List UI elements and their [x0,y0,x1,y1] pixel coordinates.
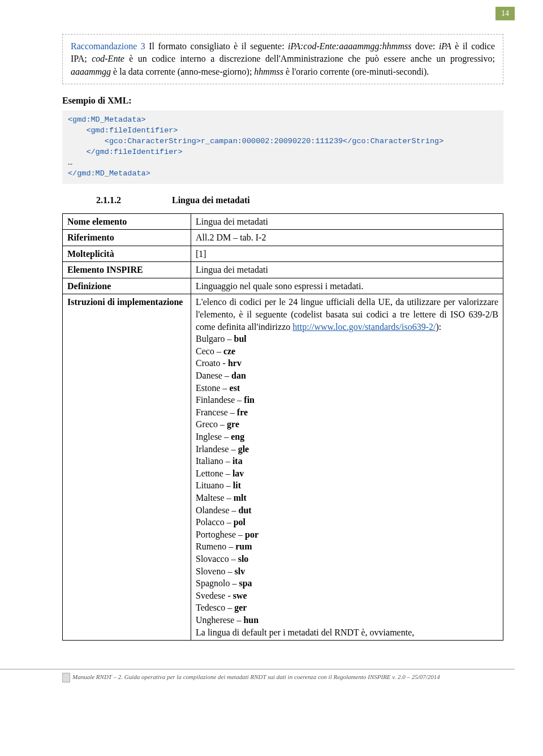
main-content: Raccomandazione 3 Il formato consigliato… [0,0,543,652]
lang-code: lit [233,480,241,490]
row-label-definizione: Definizione [63,278,191,294]
lang-code: ita [232,456,243,466]
language-entry: Sloveno – slv [196,565,498,578]
page-number-badge: 14 [495,7,515,20]
lang-name: Rumeno – [196,542,235,551]
row-label-nome: Nome elemento [63,213,191,230]
language-entry: Lituano – lit [196,479,498,492]
heading-title: Lingua dei metadati [172,195,250,205]
lang-name: Irlandese – [196,444,238,454]
code-line-5: </gmd:MD_Metadata> [68,169,150,178]
rec-time: hhmmss [254,67,283,76]
instr-outro: La lingua di default per i metadati del … [196,628,414,637]
rec-text-p4: è un codice interno a discrezione dell'A… [124,54,495,63]
code-line-dots: … [68,158,72,167]
lang-code: eng [231,432,244,441]
recommendation-label: Raccomandazione 3 [71,41,145,51]
language-entry: Ungherese – hun [196,614,498,626]
languages-list: Bulgaro – bulCeco – czeCroato - hrvDanes… [196,333,498,626]
rec-text-p1: Il formato consigliato è il seguente: [145,41,288,51]
language-entry: Estone – est [196,382,498,394]
rec-date: aaaammgg [71,67,111,76]
language-entry: Greco – gre [196,418,498,431]
lang-code: slo [238,554,249,564]
iso-link[interactable]: http://www.loc.gov/standards/iso639-2/ [292,322,436,332]
lang-code: gle [238,444,249,454]
language-entry: Portoghese – por [196,529,498,541]
table-row: Riferimento All.2 DM – tab. I-2 [63,230,503,246]
heading-num: 2.1.1.2 [96,195,121,205]
language-entry: Svedese - swe [196,590,498,602]
lang-name: Lettone – [196,469,232,478]
table-row: Definizione Linguaggio nel quale sono es… [63,278,503,294]
row-value-istruzioni: L'elenco di codici per le 24 lingue uffi… [191,294,503,641]
footer-text: Manuale RNDT – 2. Guida operativa per la… [72,673,440,680]
language-entry: Olandese – dut [196,504,498,517]
language-entry: Spagnolo – spa [196,577,498,590]
lang-code: fin [244,395,255,405]
language-entry: Ceco – cze [196,345,498,358]
metadata-table: Nome elemento Lingua dei metadati Riferi… [62,213,503,641]
language-entry: Francese – fre [196,406,498,419]
code-line-3: <gco:CharacterString>r_campan:000002:200… [68,137,443,145]
row-label-molteplicita: Molteplicità [63,246,191,262]
xml-code-block: <gmd:MD_Metadata> <gmd:fileIdentifier> <… [62,110,503,183]
lang-code: hun [243,615,258,625]
lang-code: cze [223,346,235,356]
lang-code: por [245,530,258,539]
lang-name: Finlandese – [196,395,244,405]
lang-name: Bulgaro – [196,334,234,343]
lang-code: pol [234,517,245,527]
code-line-4: </gmd:fileIdentifier> [68,148,183,156]
table-row: Nome elemento Lingua dei metadati [63,213,503,230]
lang-code: fre [237,407,248,417]
row-value-nome: Lingua dei metadati [191,213,503,230]
row-value-definizione: Linguaggio nel quale sono espressi i met… [191,278,503,294]
lang-code: swe [233,591,247,600]
rec-format: iPA:cod-Ente:aaaammgg:hhmmss [288,41,411,51]
lang-name: Maltese – [196,493,234,502]
lang-name: Olandese – [196,505,239,515]
lang-name: Inglese – [196,432,231,441]
lang-code: rum [235,542,252,551]
lang-code: lav [232,469,244,478]
page-footer: Manuale RNDT – 2. Guida operativa per la… [0,669,515,694]
lang-name: Italiano – [196,456,232,466]
lang-name: Spagnolo – [196,578,239,588]
language-entry: Tedesco – ger [196,602,498,614]
instr-intro2: ): [436,322,441,332]
table-row: Istruzioni di implementazione L'elenco d… [63,294,503,641]
row-value-inspire: Lingua dei metadati [191,262,503,278]
table-row: Molteplicità [1] [63,246,503,262]
lang-code: hrv [228,358,242,368]
language-entry: Bulgaro – bul [196,333,498,345]
lang-name: Ungherese – [196,615,243,625]
subsection-heading: 2.1.1.2Lingua dei metadati [96,195,503,205]
language-entry: Italiano – ita [196,455,498,467]
language-entry: Irlandese – gle [196,443,498,456]
lang-code: bul [234,334,247,343]
table-row: Elemento INSPIRE Lingua dei metadati [63,262,503,278]
row-label-inspire: Elemento INSPIRE [63,262,191,278]
lang-code: est [230,383,240,393]
code-line-2: <gmd:fileIdentifier> [68,126,178,135]
footer-icon [62,673,70,682]
language-entry: Rumeno – rum [196,540,498,553]
code-line-1: <gmd:MD_Metadata> [68,115,146,124]
lang-name: Sloveno – [196,566,234,576]
rec-codente: cod-Ente [92,54,124,63]
lang-name: Slovacco – [196,554,238,564]
lang-code: ger [234,603,247,612]
lang-code: dan [231,371,246,380]
lang-name: Tedesco – [196,603,234,612]
lang-name: Portoghese – [196,530,245,539]
lang-name: Francese – [196,407,237,417]
xml-example-title: Esempio di XML: [62,96,503,106]
lang-name: Ceco – [196,346,223,356]
row-label-riferimento: Riferimento [63,230,191,246]
lang-code: spa [239,578,252,588]
rec-text-p2: dove: [411,41,438,51]
lang-code: dut [239,505,252,515]
language-entry: Polacco – pol [196,516,498,529]
lang-name: Greco – [196,419,227,429]
